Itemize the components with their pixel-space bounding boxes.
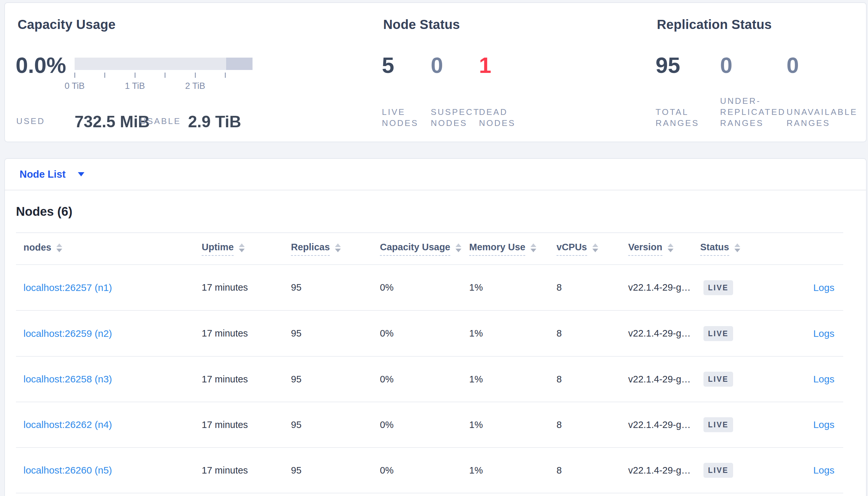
capacity-tick: [195, 73, 196, 78]
logs-link[interactable]: Logs: [813, 419, 835, 430]
memory-cell: 1%: [469, 419, 556, 430]
total-ranges-label: TOTAL RANGES: [656, 106, 699, 128]
version-cell: v22.1.4-29-g…: [628, 374, 700, 385]
under-replicated-ranges-label: UNDER- REPLICATED RANGES: [720, 95, 785, 128]
table-row: localhost:26259 (n2) 17 minutes 95 0% 1%…: [16, 311, 843, 357]
nodes-table-heading: Nodes (6): [5, 190, 866, 232]
node-link[interactable]: localhost:26259 (n2): [24, 328, 112, 339]
column-header-memory-use[interactable]: Memory Use: [469, 242, 556, 256]
dead-nodes-value: 1: [479, 54, 491, 76]
capacity-cell: 0%: [380, 328, 469, 339]
node-link[interactable]: localhost:26262 (n4): [24, 419, 112, 430]
node-link[interactable]: localhost:26258 (n3): [24, 374, 112, 384]
column-header-replicas[interactable]: Replicas: [291, 242, 380, 256]
vcpus-cell: 8: [556, 328, 628, 339]
capacity-cell: 0%: [380, 282, 469, 293]
capacity-bar-used-segment: [226, 58, 253, 70]
vcpus-cell: 8: [556, 374, 628, 385]
logs-link[interactable]: Logs: [813, 328, 835, 339]
node-status-title: Node Status: [383, 17, 460, 32]
logs-link[interactable]: Logs: [813, 465, 835, 476]
sort-icon[interactable]: [335, 244, 341, 252]
sort-icon[interactable]: [455, 244, 461, 252]
column-header-uptime[interactable]: Uptime: [202, 242, 291, 256]
used-value: 732.5 MiB: [75, 112, 150, 131]
replication-status-title: Replication Status: [657, 17, 772, 32]
capacity-tick: [135, 73, 136, 78]
capacity-usage-title: Capacity Usage: [18, 17, 116, 32]
vcpus-cell: 8: [556, 282, 628, 293]
logs-link[interactable]: Logs: [813, 282, 835, 293]
status-badge: LIVE: [703, 463, 733, 478]
vcpus-cell: 8: [556, 419, 628, 430]
capacity-percent: 0.0%: [16, 54, 66, 76]
unavailable-ranges-value: 0: [787, 54, 799, 76]
uptime-cell: 17 minutes: [202, 465, 291, 476]
sort-icon[interactable]: [592, 244, 598, 252]
logs-link[interactable]: Logs: [813, 374, 835, 384]
table-row: localhost:26262 (n4) 17 minutes 95 0% 1%…: [16, 402, 843, 448]
memory-cell: 1%: [469, 465, 556, 476]
replicas-cell: 95: [291, 328, 380, 339]
capacity-tick: [74, 73, 75, 78]
status-badge: LIVE: [703, 417, 733, 432]
node-link[interactable]: localhost:26260 (n5): [24, 465, 112, 476]
used-label: USED: [16, 115, 45, 127]
live-nodes-value: 5: [382, 54, 394, 76]
column-header-nodes[interactable]: nodes: [16, 242, 202, 255]
sort-icon[interactable]: [239, 244, 245, 252]
usable-label: USABLE: [140, 115, 181, 127]
version-cell: v22.1.4-29-g…: [628, 328, 700, 339]
column-header-capacity-usage[interactable]: Capacity Usage: [380, 242, 469, 256]
version-cell: v22.1.4-29-g…: [628, 419, 700, 430]
sort-icon[interactable]: [530, 244, 536, 252]
uptime-cell: 17 minutes: [202, 282, 291, 293]
column-header-version[interactable]: Version: [628, 242, 700, 256]
memory-cell: 1%: [469, 374, 556, 385]
status-badge: LIVE: [703, 326, 733, 341]
status-badge: LIVE: [703, 372, 733, 387]
dead-nodes-label: DEAD NODES: [479, 106, 515, 128]
vcpus-cell: 8: [556, 465, 628, 476]
memory-cell: 1%: [469, 328, 556, 339]
suspect-nodes-value: 0: [431, 54, 443, 76]
table-row: localhost:26257 (n1) 17 minutes 95 0% 1%…: [16, 265, 843, 311]
unavailable-ranges-label: UNAVAILABLE RANGES: [787, 106, 857, 128]
capacity-cell: 0%: [380, 465, 469, 476]
node-list-dropdown[interactable]: Node List: [5, 159, 866, 190]
table-row: localhost:26260 (n5) 17 minutes 95 0% 1%…: [16, 448, 843, 493]
node-list-label: Node List: [19, 169, 65, 180]
cluster-summary-card: Capacity Usage 0.0% 0 TiB 1 TiB 2 TiB US…: [4, 2, 867, 142]
replicas-cell: 95: [291, 374, 380, 385]
sort-icon[interactable]: [734, 244, 740, 252]
sort-icon[interactable]: [56, 244, 62, 252]
capacity-tick-label: 2 TiB: [176, 81, 215, 91]
uptime-cell: 17 minutes: [202, 328, 291, 339]
capacity-tick-label: 1 TiB: [115, 81, 154, 91]
capacity-cell: 0%: [380, 419, 469, 430]
replicas-cell: 95: [291, 465, 380, 476]
replicas-cell: 95: [291, 419, 380, 430]
capacity-tick: [165, 73, 165, 78]
column-header-vcpus[interactable]: vCPUs: [556, 242, 628, 256]
capacity-tick-label: 0 TiB: [55, 81, 94, 91]
table-row: localhost:26258 (n3) 17 minutes 95 0% 1%…: [16, 357, 843, 402]
column-header-status[interactable]: Status: [700, 242, 778, 256]
node-link[interactable]: localhost:26257 (n1): [24, 282, 112, 293]
sort-icon[interactable]: [668, 244, 673, 252]
node-list-card: Node List Nodes (6) nodes Uptime Replica…: [4, 158, 867, 496]
capacity-cell: 0%: [380, 374, 469, 385]
capacity-tick: [225, 73, 226, 78]
live-nodes-label: LIVE NODES: [382, 106, 418, 128]
uptime-cell: 17 minutes: [202, 374, 291, 385]
memory-cell: 1%: [469, 282, 556, 293]
uptime-cell: 17 minutes: [202, 419, 291, 430]
capacity-usage-bar: [75, 58, 253, 70]
replicas-cell: 95: [291, 282, 380, 293]
under-replicated-ranges-value: 0: [720, 54, 732, 76]
usable-value: 2.9 TiB: [188, 112, 241, 131]
status-badge: LIVE: [703, 280, 733, 295]
version-cell: v22.1.4-29-g…: [628, 465, 700, 476]
chevron-down-icon: [78, 172, 85, 176]
table-header-row: nodes Uptime Replicas Capacity Usage Mem…: [16, 233, 843, 265]
